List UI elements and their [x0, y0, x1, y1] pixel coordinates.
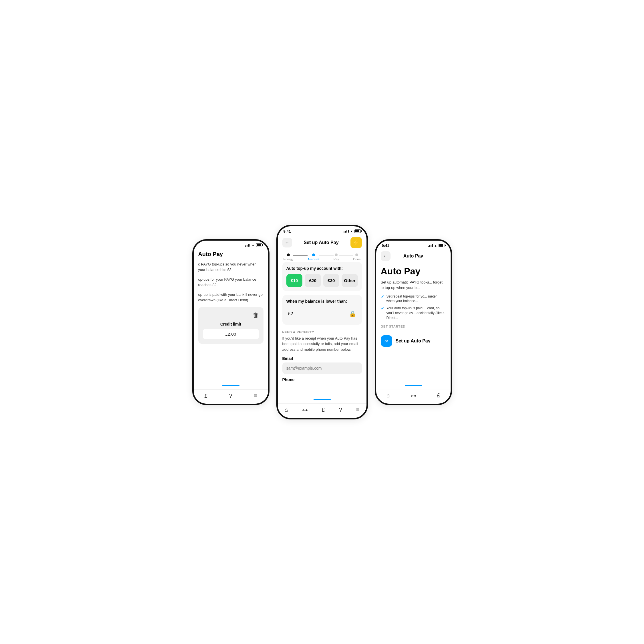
status-bar-right: 9:41 ▲	[376, 241, 451, 249]
check-mark-1: ✓	[381, 294, 384, 304]
progress-steps: Energy Amount Pay Done	[278, 251, 366, 262]
step-dot-energy	[287, 253, 290, 256]
app-header-right: ← Auto Pay	[376, 249, 451, 263]
step-label-energy: Energy	[284, 257, 294, 261]
receipt-label: NEED A RECEIPT?	[282, 330, 362, 334]
home-icon-right: ⌂	[387, 392, 390, 399]
status-time-center: 9:41	[284, 229, 291, 233]
nav-help-center[interactable]: ?	[339, 407, 342, 413]
nav-pound-center[interactable]: £	[322, 407, 325, 413]
step-line-1	[293, 255, 307, 255]
lightning-button[interactable]: ⚡	[350, 237, 362, 248]
nav-home-center[interactable]: ⌂	[285, 407, 288, 413]
check-mark-2: ✓	[381, 306, 384, 320]
status-bar-left: ▲	[194, 241, 268, 248]
right-phone-content: Auto Pay Set up automatic PAYG top-u... …	[376, 263, 451, 385]
step-dot-amount	[312, 253, 315, 256]
menu-icon-left: ≡	[254, 393, 257, 399]
step-line-3	[339, 255, 353, 255]
credit-card: 🗑 Credit limit £2.00	[198, 307, 263, 344]
help-icon-center: ?	[339, 407, 342, 413]
back-button-center[interactable]: ←	[282, 238, 292, 247]
status-bar-center: 9:41 ▲	[278, 226, 366, 235]
left-desc-2: op-ups for your PAYG your balance reache…	[198, 277, 263, 288]
wifi-icon-center: ▲	[350, 230, 353, 233]
phone-left: ▲ Auto Pay c PAYG top-ups so you never w…	[192, 239, 270, 405]
check-list: ✓ Set repeat top-ups for yo... meter whe…	[381, 294, 446, 320]
left-page-title: Auto Pay	[198, 251, 263, 257]
battery-icon-left	[256, 243, 262, 247]
connect-icon-center: ⊶	[302, 407, 308, 413]
step-pay: Pay	[334, 253, 339, 261]
step-line-2	[319, 255, 333, 255]
status-icons-left: ▲	[245, 243, 262, 247]
setup-autopay-button[interactable]: ∞ Set up Auto Pay	[381, 335, 446, 347]
trash-icon[interactable]: 🗑	[253, 312, 259, 319]
bottom-nav-center: ⌂ ⊶ £ ? ≡	[278, 403, 366, 418]
scene: ▲ Auto Pay c PAYG top-ups so you never w…	[165, 225, 479, 419]
nav-active-bar-left	[222, 385, 239, 386]
topup-title: Auto top-up my account with:	[286, 266, 358, 271]
balance-section: When my balance is lower than: £2 🔒	[282, 295, 362, 325]
receipt-section: NEED A RECEIPT? If you'd like a receipt …	[282, 329, 362, 386]
signal-bars-left	[245, 244, 250, 247]
back-arrow-right: ←	[383, 253, 388, 259]
phone-center: 9:41 ▲ ← Set up Auto Pay ⚡	[276, 225, 368, 419]
nav-menu-center[interactable]: ≡	[356, 407, 359, 413]
pound-icon-center: £	[322, 407, 325, 413]
amount-10-button[interactable]: £10	[286, 274, 303, 287]
status-icons-right: ▲	[428, 244, 445, 247]
step-label-pay: Pay	[334, 257, 339, 261]
left-desc-1: c PAYG top-ups so you never when your ba…	[198, 261, 263, 273]
back-button-right[interactable]: ←	[381, 251, 391, 261]
nav-connect-center[interactable]: ⊶	[302, 407, 308, 413]
step-amount: Amount	[308, 253, 320, 261]
check-item-1: ✓ Set repeat top-ups for yo... meter whe…	[381, 294, 446, 304]
amount-options: £10 £20 £30 Other	[286, 274, 358, 287]
app-header-center: ← Set up Auto Pay ⚡	[278, 235, 366, 251]
left-phone-content: Auto Pay c PAYG top-ups so you never whe…	[194, 248, 268, 385]
step-done: Done	[353, 253, 360, 261]
header-title-center: Set up Auto Pay	[304, 240, 338, 245]
home-icon-center: ⌂	[285, 407, 288, 413]
nav-pound-right[interactable]: £	[437, 392, 440, 399]
nav-connect-right[interactable]: ⊶	[411, 392, 416, 399]
get-started-divider	[381, 331, 446, 331]
amount-30-button[interactable]: £30	[323, 274, 340, 287]
signal-bars-center	[344, 230, 349, 233]
nav-active-bar-center	[314, 399, 331, 400]
nav-item-menu-left[interactable]: ≡	[254, 393, 257, 399]
setup-autopay-label: Set up Auto Pay	[396, 338, 431, 344]
amount-20-button[interactable]: £20	[305, 274, 321, 287]
status-icons-center: ▲	[344, 229, 361, 233]
amount-other-button[interactable]: Other	[342, 274, 358, 287]
center-content: Auto top-up my account with: £10 £20 £30…	[278, 262, 366, 399]
back-arrow-center: ←	[285, 240, 290, 245]
pound-icon-left: £	[204, 393, 207, 399]
nav-active-bar-right	[405, 385, 422, 386]
email-input[interactable]	[282, 362, 362, 374]
nav-home-right[interactable]: ⌂	[387, 392, 390, 399]
topup-section: Auto top-up my account with: £10 £20 £30…	[282, 262, 362, 291]
step-label-amount: Amount	[308, 257, 320, 261]
nav-item-pound-left[interactable]: £	[204, 393, 207, 399]
phone-right: 9:41 ▲ ← Auto Pay A	[375, 239, 452, 405]
wifi-icon-left: ▲	[252, 243, 255, 247]
check-item-2: ✓ Your auto top-up is paid ... card, so …	[381, 306, 446, 320]
connect-icon-right: ⊶	[411, 392, 416, 399]
nav-item-help-left[interactable]: ?	[229, 393, 232, 399]
balance-value: £2	[288, 311, 293, 316]
credit-title: Credit limit	[203, 322, 259, 326]
battery-icon-right	[439, 244, 445, 247]
phone-label: Phone	[282, 377, 362, 382]
battery-icon-center	[354, 229, 361, 233]
step-energy: Energy	[284, 253, 294, 261]
signal-bars-right	[428, 244, 433, 247]
header-title-right: Auto Pay	[403, 253, 423, 259]
setup-icon: ∞	[381, 335, 392, 347]
receipt-description: If you'd like a receipt when your Auto P…	[282, 336, 362, 352]
credit-value: £2.00	[203, 329, 259, 339]
infinity-icon: ∞	[385, 338, 388, 344]
left-desc-3: op-up is paid with your bank ll never go…	[198, 292, 263, 303]
lightning-icon: ⚡	[352, 239, 360, 246]
